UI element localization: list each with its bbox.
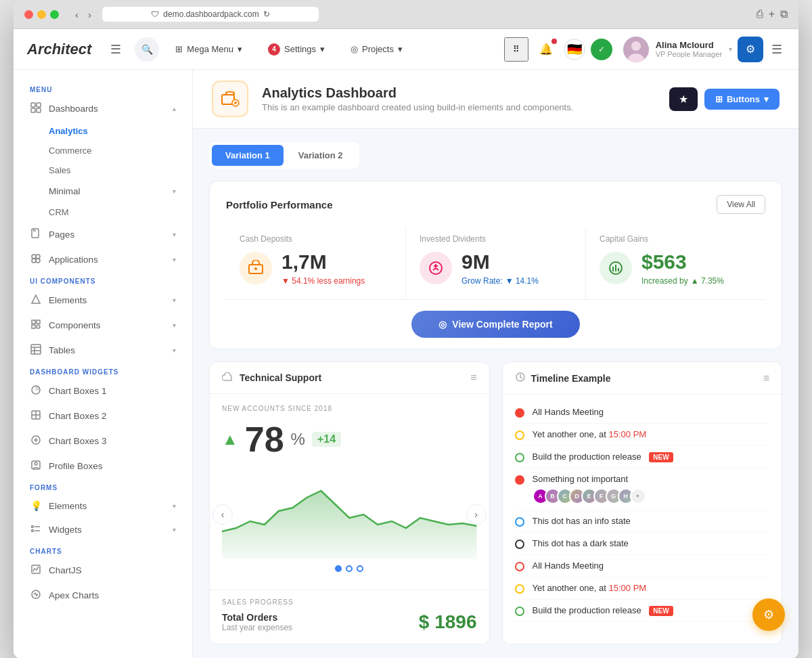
dashboard-widgets-section-label: DASHBOARD WIDGETS [14,363,192,378]
chart-nav-right[interactable]: › [466,504,487,525]
fab-icon: ⚙ [763,607,774,622]
ui-components-section-label: UI COMPONENTS [14,272,192,288]
share-button[interactable]: ⎙ [757,8,763,20]
minimize-traffic-light[interactable] [37,10,46,19]
projects-button[interactable]: ◎ Projects ▾ [341,40,412,58]
sidebar-item-tables[interactable]: Tables ▾ [14,338,192,363]
sidebar-item-chartjs[interactable]: ChartJS [14,558,192,583]
chevron-up-icon: ▴ [173,105,176,112]
tab-view-button[interactable]: ⧉ [780,8,788,20]
chart-boxes-2-label: Chart Boxes 2 [49,411,107,421]
notification-button[interactable]: 🔔 [534,37,558,62]
chart-dot-1[interactable] [335,565,342,572]
search-button[interactable]: 🔍 [135,37,159,62]
flag-germany[interactable]: 🇩🇪 [564,39,585,60]
widget-menu-icon[interactable]: ≡ [470,372,476,384]
cash-icon [240,252,272,284]
new-tab-button[interactable]: + [769,8,775,20]
status-circle[interactable]: ✓ [591,39,612,60]
settings-button[interactable]: 4 Settings ▾ [258,39,334,60]
timeline-main-1: All Hands Meeting [533,407,770,417]
content-area: Analytics Dashboard This is an example d… [193,70,798,658]
sidebar-item-sales[interactable]: Sales [14,160,192,180]
sidebar-item-analytics[interactable]: Analytics [14,121,192,141]
chartjs-label: ChartJS [49,565,82,575]
svg-rect-13 [32,320,35,324]
settings-nav-button[interactable]: ⚙ [738,37,763,62]
page-header: Analytics Dashboard This is an example d… [193,70,798,129]
chevron-down-icon: ▾ [173,322,176,329]
sidebar-item-commerce[interactable]: Commerce [14,141,192,160]
variation-2-tab[interactable]: Variation 2 [285,145,357,166]
total-orders-row: Total Orders Last year expenses $ 1896 [222,611,477,633]
svg-point-16 [37,325,40,328]
chart-dot-2[interactable] [346,565,353,572]
user-info: Alina Mclourd VP People Manager [656,40,722,58]
timeline-text-2: Yet another one, at 15:00 PM [533,429,770,439]
sidebar-item-pages[interactable]: Pages ▾ [14,222,192,247]
capital-icon [600,252,632,284]
sidebar-item-chart-boxes-2[interactable]: Chart Boxes 2 [14,403,192,429]
back-button[interactable]: ‹ [72,7,81,22]
svg-rect-4 [37,103,41,107]
avatar-more[interactable]: + [630,488,646,504]
form-widgets-label: Widgets [49,525,82,535]
metric-cash-right: 1,7M ▼ 54.1% less earnings [281,250,365,286]
view-all-button[interactable]: View All [717,195,765,214]
chart-nav-left[interactable]: ‹ [212,504,233,525]
maximize-traffic-light[interactable] [50,10,59,19]
chevron-down-icon: ▾ [238,44,242,54]
timeline-item-4: Something not important A B C D E F [515,468,770,510]
star-button[interactable]: ★ [669,87,698,111]
mega-menu-button[interactable]: ⊞ Mega Menu ▾ [166,40,252,58]
percent-label: % [291,430,305,449]
invested-change: Grow Rate: ▼ 14.1% [461,276,539,286]
close-traffic-light[interactable] [24,10,33,19]
hamburger-button[interactable]: ☰ [108,39,124,60]
timeline-menu-icon[interactable]: ≡ [763,372,769,385]
page-header-actions: ★ ⊞ Buttons ▾ [669,87,780,111]
chevron-down-icon: ▾ [173,297,176,304]
shield-icon: 🛡 [151,9,159,19]
timeline-item-2: Yet another one, at 15:00 PM [515,424,770,446]
metric-invested-right: 9M Grow Rate: ▼ 14.1% [461,250,539,286]
chart-dot-3[interactable] [357,565,363,572]
sidebar-item-chart-boxes-3[interactable]: Chart Boxes 3 [14,429,192,454]
chevron-down-icon: ▾ [173,502,176,510]
sidebar-item-components[interactable]: Components ▾ [14,313,192,338]
variation-1-tab[interactable]: Variation 1 [212,145,284,166]
sidebar-item-dashboards[interactable]: Dashboards ▴ [14,96,192,121]
metric-capital-label: Capital Gains [600,234,752,244]
sidebar-item-chart-boxes-1[interactable]: Chart Boxes 1 [14,378,192,403]
forward-button[interactable]: › [85,7,94,22]
timeline-widget: Timeline Example ≡ All Hands Meeting [502,361,783,644]
sidebar-item-minimal[interactable]: Minimal ▾ [14,180,192,202]
sidebar-item-applications[interactable]: Applications ▾ [14,247,192,272]
nav-menu-button[interactable]: ☰ [769,39,785,60]
metric-invested-dividents: Invested Dividents 9M Grow Rate: [406,227,586,299]
user-section[interactable]: Alina Mclourd VP People Manager ▾ [623,37,732,62]
timeline-dot-dark [515,540,524,549]
plus-label: +14 [312,432,341,447]
sidebar-item-elements[interactable]: Elements ▾ [14,288,192,313]
sidebar-item-crm[interactable]: CRM [14,202,192,222]
timeline-label: Timeline Example [531,373,611,384]
chart-boxes-3-label: Chart Boxes 3 [49,436,107,446]
big-number: 78 [245,419,284,460]
sidebar-item-form-elements[interactable]: 💡 Elements ▾ [14,494,192,517]
address-bar[interactable]: 🛡 demo.dashboardpack.com ↻ [102,7,319,22]
grid-button[interactable]: ⠿ [504,37,528,62]
invested-icon [420,252,452,284]
fab-button[interactable]: ⚙ [752,598,785,631]
sidebar-item-apex-charts[interactable]: Apex Charts [14,583,192,608]
view-report-button[interactable]: ◎ View Complete Report [411,311,579,338]
sidebar-item-profile-boxes[interactable]: Profile Boxes [14,454,192,479]
profile-boxes-icon [30,460,42,473]
sidebar-item-form-widgets[interactable]: Widgets ▾ [14,517,192,542]
forms-section-label: FORMS [14,479,192,494]
svg-rect-40 [612,267,614,271]
svg-rect-15 [32,325,35,328]
dashboards-label: Dashboards [49,104,98,114]
buttons-button[interactable]: ⊞ Buttons ▾ [704,89,780,110]
pages-label: Pages [49,229,74,240]
